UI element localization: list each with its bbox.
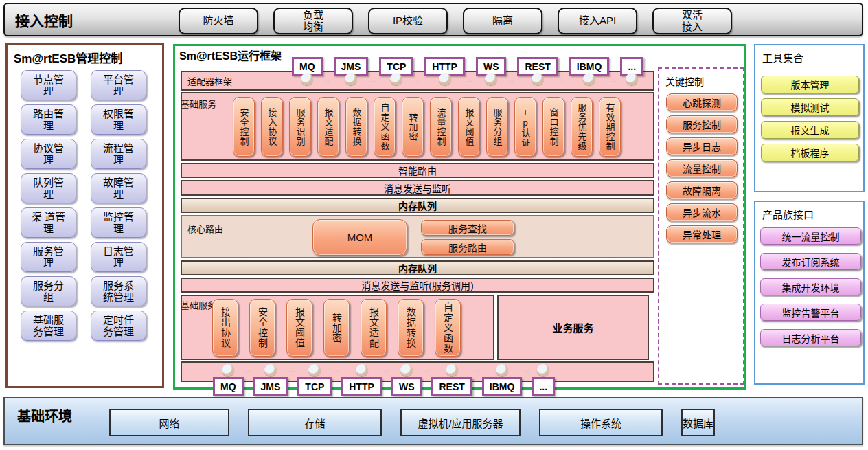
basic-services-in-label: 基础服务 — [181, 97, 216, 110]
connector-dot-icon — [537, 364, 549, 376]
protocol-row-top: MQ JMS TCP HTTP — [292, 57, 643, 85]
management-item: 路由管理 — [21, 104, 76, 135]
mom-box: MOM — [312, 219, 407, 256]
protocol-item: MQ — [292, 57, 323, 85]
tools-panel: 工具集合 版本管理模拟测试报文生成档板程序 — [754, 44, 865, 192]
key-control-item: 异步日志 — [666, 137, 738, 155]
product-family-item: 监控告警平台 — [760, 304, 861, 321]
protocol-item: ... — [620, 57, 643, 85]
protocol-item: HTTP — [424, 57, 465, 85]
connector-dot-icon — [532, 73, 544, 85]
environment-item: 存储 — [248, 409, 382, 436]
management-item: 渠 道管理 — [21, 207, 76, 238]
connector-dot-icon — [264, 364, 277, 376]
base-environment-bar: 基础环境 网络存储虚拟机/应用服务器操作系统数据库 — [3, 397, 863, 445]
service-capability-box: 报文阈值 — [286, 299, 312, 357]
management-item: 协议管理 — [21, 139, 76, 169]
service-capability-box: 报文适配 — [361, 299, 387, 357]
protocol-label: REST — [431, 377, 472, 396]
service-capability-box: 转加密 — [402, 97, 424, 157]
management-item: 日志管理 — [91, 242, 146, 272]
management-item: 基础服务管理 — [21, 311, 76, 341]
service-capability-box: 转加密 — [323, 299, 350, 357]
message-listen-call-bar: 消息发送与监听(服务调用) — [181, 278, 654, 293]
connector-dot-icon — [496, 364, 508, 376]
core-routing-section: 核心路由 MOM 服务查找 服务路由 — [181, 215, 654, 258]
product-family-item: 统一流量控制 — [760, 227, 861, 245]
key-control-panel: 关键控制 心跳探测服务控制异步日志流量控制故障隔离异步流水异常处理 — [658, 67, 744, 385]
service-capability-box: 安全控制 — [233, 97, 255, 157]
management-item: 平台管理 — [91, 70, 146, 100]
environment-item: 虚拟机/应用服务器 — [400, 409, 521, 436]
environment-item: 网络 — [109, 409, 229, 436]
protocol-label: TCP — [297, 377, 332, 396]
management-item: 权限管理 — [91, 104, 146, 135]
esb-architecture-diagram: 接入控制 防火墙负载 均衡IP校验隔离接入API双活 接入 Sm@rtESB管理… — [0, 0, 868, 450]
memory-queue-bottom-bar: 内存队列 — [181, 260, 654, 275]
access-control-title: 接入控制 — [15, 10, 73, 30]
connector-dot-icon — [301, 73, 313, 85]
protocol-item: REST — [431, 364, 472, 396]
management-item: 队列管理 — [21, 173, 76, 203]
tools-items: 版本管理模拟测试报文生成档板程序 — [761, 76, 859, 161]
key-control-item: 流量控制 — [666, 159, 738, 177]
protocol-label: HTTP — [341, 377, 382, 396]
service-route-box: 服务路由 — [421, 239, 514, 255]
access-control-buttons: 防火墙负载 均衡IP校验隔离接入API双活 接入 — [179, 8, 732, 34]
product-family-item: 日志分析平台 — [760, 329, 861, 346]
key-control-item: 异常处理 — [666, 225, 738, 243]
service-capability-box: 安全控制 — [249, 299, 275, 357]
service-capability-box: 服务优先级 — [571, 97, 593, 157]
management-item: 流程管理 — [91, 139, 146, 169]
environment-item: 数据库 — [681, 409, 715, 436]
tool-item: 版本管理 — [761, 76, 859, 93]
service-capability-box: 接出协议 — [212, 299, 238, 357]
smart-routing-bar: 智能路由 — [181, 163, 654, 178]
management-item: 节点管理 — [21, 70, 76, 100]
access-control-node: 防火墙 — [179, 8, 258, 34]
connector-dot-icon — [308, 364, 321, 376]
product-family-item: 集成开发环境 — [760, 278, 861, 295]
protocol-item: TCP — [379, 57, 413, 85]
business-service-box: 业务服务 — [497, 295, 649, 360]
service-capability-box: 数据转换 — [398, 299, 424, 357]
connector-dot-icon — [222, 364, 234, 376]
runtime-framework-title: Sm@rtESB运行框架 — [179, 47, 282, 63]
base-environment-title: 基础环境 — [17, 405, 72, 425]
service-capability-box: 有效期控制 — [599, 97, 621, 157]
tool-item: 档板程序 — [761, 144, 859, 161]
connector-dot-icon — [356, 364, 368, 376]
connector-dot-icon — [583, 73, 595, 85]
connector-dot-icon — [390, 73, 402, 85]
product-family-panel: 产品族接口 统一流量控制发布订阅系统集成开发环境监控告警平台日志分析平台 — [754, 201, 865, 385]
protocol-item: TCP — [297, 364, 332, 396]
connector-dot-icon — [626, 73, 638, 85]
management-item: 服务管理 — [21, 242, 76, 272]
key-control-item: 异步流水 — [666, 203, 738, 221]
protocol-item: JMS — [334, 57, 369, 85]
service-capability-box: 接入协议 — [261, 97, 283, 157]
core-routing-label: 核心路由 — [187, 222, 223, 235]
key-control-items: 心跳探测服务控制异步日志流量控制故障隔离异步流水异常处理 — [666, 93, 738, 243]
service-capability-box: 报文阈值 — [458, 97, 480, 157]
protocol-item: ... — [532, 364, 555, 396]
service-capability-box: 服务分组 — [486, 97, 508, 157]
access-control-node: 隔离 — [463, 8, 542, 34]
connector-dot-icon — [345, 73, 357, 85]
protocol-item: MQ — [213, 364, 244, 396]
memory-queue-top-bar: 内存队列 — [181, 198, 654, 213]
service-capability-box: ip认证 — [514, 97, 536, 157]
protocol-label: JMS — [253, 377, 288, 396]
service-capability-box: 服务识别 — [289, 97, 311, 157]
base-environment-items: 网络存储虚拟机/应用服务器操作系统数据库 — [109, 409, 715, 436]
message-listen-bar: 消息发送与监听 — [181, 180, 654, 196]
management-items: 节点管理平台管理路由管理权限管理协议管理流程管理队列管理故障管理渠 道管理监控管… — [21, 70, 146, 341]
basic-services-in-items: 安全控制接入协议服务识别报文适配数据转换自定义函数转加密流量控制报文阈值服务分组… — [233, 97, 621, 157]
product-family-items: 统一流量控制发布订阅系统集成开发环境监控告警平台日志分析平台 — [760, 227, 861, 346]
management-item: 定时任务管理 — [91, 311, 146, 341]
runtime-framework-panel: Sm@rtESB运行框架 适配器框架 MQ JMS TCP — [173, 44, 746, 390]
basic-services-out-items: 接出协议安全控制报文阈值转加密报文适配数据转换自定义函数 — [212, 299, 461, 357]
management-item: 故障管理 — [91, 173, 146, 203]
protocol-item: WS — [476, 57, 507, 85]
service-capability-box: 报文适配 — [317, 97, 339, 157]
